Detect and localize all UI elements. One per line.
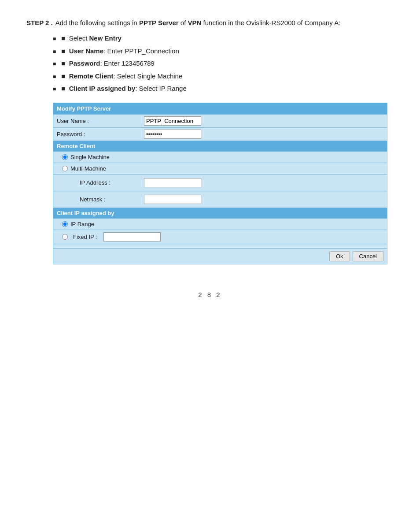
ip-address-row: IP Address : <box>53 174 387 191</box>
password-row: Password : <box>53 127 387 141</box>
bullet-bold: New Entry <box>89 34 122 42</box>
fixed-ip-radio[interactable] <box>62 234 68 240</box>
step-label: STEP 2 . <box>26 18 53 28</box>
page-number: 2 8 2 <box>26 291 394 298</box>
footer-row: Ok Cancel <box>53 248 387 264</box>
netmask-input-wrapper <box>141 193 204 206</box>
bullet-bold: Client IP assigned by <box>69 85 136 92</box>
spacer-row <box>53 244 387 248</box>
ip-range-radio[interactable] <box>62 221 68 227</box>
password-input[interactable] <box>144 130 201 139</box>
list-item: ■ Password: Enter 123456789 <box>53 59 394 69</box>
ip-address-input[interactable] <box>144 178 201 187</box>
netmask-label: Netmask : <box>80 196 141 203</box>
step-middle: of <box>181 19 186 26</box>
step-end: function in the Ovislink-RS2000 of Compa… <box>203 19 341 26</box>
bullet-list: ■ Select New Entry ■ User Name: Enter PP… <box>53 33 394 94</box>
password-input-wrapper <box>141 128 204 141</box>
bullet-bold: Password <box>69 59 100 67</box>
netmask-input[interactable] <box>144 195 201 204</box>
username-label: User Name : <box>53 115 141 126</box>
single-machine-label: Single Machine <box>70 154 110 160</box>
remote-client-label: Remote Client <box>57 143 95 149</box>
list-item: ■ User Name: Enter PPTP_Connection <box>53 46 394 56</box>
bullet-icon: ■ <box>61 59 69 69</box>
multi-machine-radio[interactable] <box>62 166 68 171</box>
ok-button[interactable]: Ok <box>329 251 350 261</box>
single-machine-radio[interactable] <box>62 154 68 160</box>
bullet-bold: Remote Client <box>69 72 114 80</box>
bullet-icon: ■ <box>61 71 69 82</box>
ip-address-label: IP Address : <box>80 179 141 186</box>
modify-pptp-form: Modify PPTP Server User Name : Password … <box>53 103 387 264</box>
step-intro: Add the following settings in <box>55 19 137 26</box>
multi-machine-row[interactable]: Multi-Machine <box>53 163 387 174</box>
client-ip-header: Client IP assigned by <box>53 208 387 218</box>
netmask-row: Netmask : <box>53 191 387 208</box>
cancel-button[interactable]: Cancel <box>353 251 383 261</box>
username-row: User Name : <box>53 114 387 127</box>
client-ip-label: Client IP assigned by <box>57 210 114 216</box>
single-machine-row[interactable]: Single Machine <box>53 151 387 163</box>
ip-range-row[interactable]: IP Range <box>53 218 387 230</box>
fixed-ip-label: Fixed IP : <box>73 234 97 240</box>
username-input-wrapper <box>141 115 204 127</box>
step-bold1: PPTP Server <box>139 19 179 26</box>
step-text: Add the following settings in PPTP Serve… <box>55 18 394 28</box>
bullet-bold: User Name <box>69 47 103 55</box>
list-item: ■ Client IP assigned by: Select IP Range <box>53 84 394 94</box>
step-header: STEP 2 . Add the following settings in P… <box>26 18 394 28</box>
ip-address-input-wrapper <box>141 176 204 189</box>
multi-machine-label: Multi-Machine <box>70 165 106 172</box>
bullet-icon: ■ <box>61 46 69 56</box>
password-label: Password : <box>53 129 141 140</box>
username-input[interactable] <box>144 116 201 126</box>
step-bold2: VPN <box>188 19 202 26</box>
list-item: ■ Select New Entry <box>53 33 394 44</box>
bullet-icon: ■ <box>61 33 69 44</box>
ip-range-label: IP Range <box>70 221 94 227</box>
form-title: Modify PPTP Server <box>53 103 387 114</box>
fixed-ip-row[interactable]: Fixed IP : <box>53 230 387 244</box>
fixed-ip-input[interactable] <box>103 232 161 241</box>
bullet-icon: ■ <box>61 84 69 94</box>
list-item: ■ Remote Client: Select Single Machine <box>53 71 394 82</box>
remote-client-header: Remote Client <box>53 141 387 151</box>
